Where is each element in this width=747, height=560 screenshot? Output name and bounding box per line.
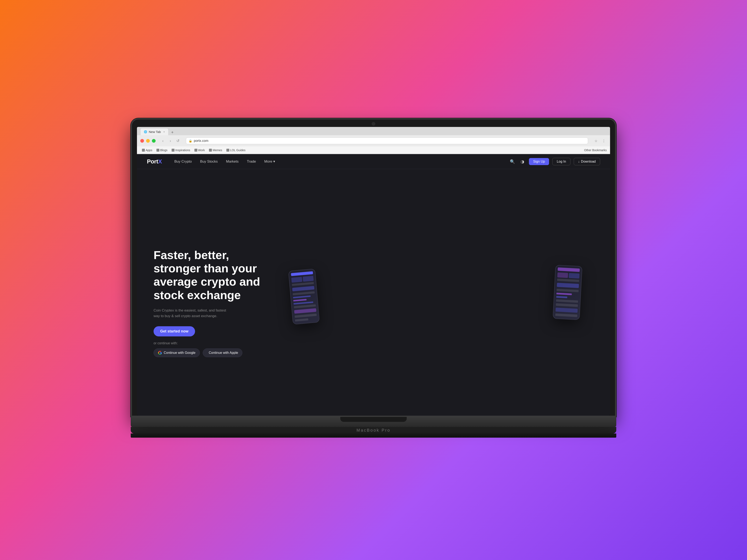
phone-mockup-left — [288, 269, 320, 325]
phone-stat-2 — [303, 276, 314, 282]
phone-bar-r1 — [556, 293, 572, 295]
tab-close-icon[interactable]: × — [163, 130, 165, 133]
apple-button-label: Continue with Apple — [209, 351, 238, 355]
phone-row-r5 — [555, 313, 577, 317]
phone-bar-1 — [293, 296, 311, 298]
macbook-lid: 🌐 New Tab × + ‹ › — [131, 118, 616, 417]
reload-button[interactable]: ↺ — [175, 138, 181, 143]
or-continue-text: or continue with: — [154, 341, 278, 345]
download-icon: ↓ — [578, 160, 580, 163]
traffic-light-close[interactable] — [140, 139, 144, 143]
phone-screen-left — [289, 269, 319, 324]
hero-title: Faster, better, stronger than your avera… — [154, 248, 278, 302]
site-nav-actions: 🔍 ◑ Sign Up Log In ↓ Download — [509, 158, 600, 165]
theme-toggle-icon[interactable]: ◑ — [519, 158, 525, 165]
phone-row-r1 — [557, 278, 579, 282]
bookmark-work[interactable]: Work — [193, 148, 206, 152]
bookmark-work-label: Work — [198, 149, 205, 152]
social-buttons: Continue with Google Continue with Apple — [154, 348, 278, 357]
forward-button[interactable]: › — [167, 138, 174, 143]
phone-bar-2 — [293, 299, 307, 301]
bookmark-apps[interactable]: Apps — [140, 148, 154, 152]
google-logo-icon — [158, 351, 162, 355]
phone-stats-right — [557, 272, 579, 278]
hero-right — [278, 261, 593, 344]
bookmark-apps-icon — [142, 149, 145, 152]
nav-buttons: ‹ › ↺ — [160, 138, 181, 143]
macbook-foot — [131, 433, 616, 437]
bookmark-lol-guides-label: LOL Guides — [230, 149, 246, 152]
macbook-base — [131, 417, 616, 427]
phone-chart-r2 — [556, 308, 578, 313]
phone-row-3 — [294, 304, 316, 308]
macbook-container: 🌐 New Tab × + ‹ › — [131, 118, 616, 442]
phone-stat-r2 — [569, 273, 579, 278]
phone-stats — [291, 276, 314, 283]
download-label: Download — [581, 160, 596, 163]
menu-icon[interactable]: ⋮ — [601, 138, 607, 144]
apple-signin-button[interactable]: Continue with Apple — [203, 348, 242, 357]
google-button-label: Continue with Google — [164, 351, 196, 355]
site-logo: PortX — [147, 158, 162, 165]
bookmark-lol-guides-icon — [226, 149, 229, 152]
google-signin-button[interactable]: Continue with Google — [154, 348, 200, 357]
address-text: portx.com — [194, 139, 208, 143]
hero-left: Faster, better, stronger than your avera… — [154, 248, 278, 357]
new-tab-button[interactable]: + — [169, 129, 176, 135]
other-bookmarks[interactable]: Other Bookmarks — [584, 149, 607, 152]
phone-mockup-right — [552, 265, 582, 320]
bookmarks-bar: Apps Blogs Inspirations Work — [137, 146, 610, 154]
browser-chrome: 🌐 New Tab × + ‹ › — [137, 127, 610, 154]
nav-buy-stocks[interactable]: Buy Stocks — [200, 159, 218, 164]
phone-stat-r1 — [557, 272, 568, 278]
tab-bar: 🌐 New Tab × + — [137, 127, 610, 135]
download-button[interactable]: ↓ Download — [574, 158, 600, 165]
nav-more[interactable]: More ▾ — [264, 159, 275, 164]
macbook-notch — [340, 417, 407, 422]
website-content: PortX Buy Crypto Buy Stocks Markets Trad… — [137, 154, 610, 416]
back-button[interactable]: ‹ — [160, 138, 166, 143]
phone-header-bar-right — [558, 267, 580, 272]
screen-bezel: 🌐 New Tab × + ‹ › — [137, 127, 610, 416]
phone-row-5 — [295, 318, 308, 321]
hero-section: Faster, better, stronger than your avera… — [137, 169, 610, 416]
phone-row-2 — [292, 291, 314, 295]
browser-titlebar: ‹ › ↺ 🔒 portx.com ☆ ⋮ — [137, 135, 610, 146]
address-bar[interactable]: 🔒 portx.com — [186, 137, 588, 144]
phone-header-bar — [291, 271, 313, 276]
star-icon[interactable]: ☆ — [593, 138, 599, 144]
login-button[interactable]: Log In — [552, 158, 570, 165]
signup-button[interactable]: Sign Up — [529, 158, 549, 165]
bookmark-blogs-icon — [156, 149, 159, 152]
tab-label: New Tab — [149, 130, 161, 134]
traffic-lights — [140, 139, 156, 143]
search-icon[interactable]: 🔍 — [509, 158, 516, 165]
traffic-light-maximize[interactable] — [152, 139, 156, 143]
bookmark-lol-guides[interactable]: LOL Guides — [225, 148, 247, 152]
bookmark-apps-label: Apps — [146, 149, 152, 152]
logo-text: Port — [147, 158, 158, 165]
traffic-light-minimize[interactable] — [146, 139, 150, 143]
nav-markets[interactable]: Markets — [226, 159, 238, 164]
bookmark-inspirations[interactable]: Inspirations — [170, 148, 192, 152]
browser-actions: ☆ ⋮ — [593, 138, 607, 144]
logo-x: X — [158, 158, 162, 165]
lock-icon: 🔒 — [189, 139, 192, 142]
nav-trade[interactable]: Trade — [247, 159, 256, 164]
phone-row-r3 — [556, 299, 578, 303]
nav-buy-crypto[interactable]: Buy Crypto — [174, 159, 192, 164]
phone-stat-1 — [291, 277, 302, 283]
macbook-label: MacBook Pro — [357, 428, 390, 433]
phone-row-r2 — [557, 289, 578, 292]
bookmark-memes[interactable]: Memes — [207, 148, 224, 152]
other-bookmarks-label: Other Bookmarks — [584, 149, 607, 152]
bookmark-blogs[interactable]: Blogs — [155, 148, 169, 152]
tab-favicon: 🌐 — [144, 130, 147, 133]
get-started-button[interactable]: Get started now — [154, 326, 195, 337]
bookmark-inspirations-icon — [172, 149, 175, 152]
bookmark-memes-icon — [209, 149, 212, 152]
site-nav-links: Buy Crypto Buy Stocks Markets Trade More… — [174, 159, 509, 164]
browser-tab-active[interactable]: 🌐 New Tab × — [140, 128, 169, 135]
phone-screen-right — [553, 265, 582, 320]
bookmark-work-icon — [195, 149, 197, 152]
